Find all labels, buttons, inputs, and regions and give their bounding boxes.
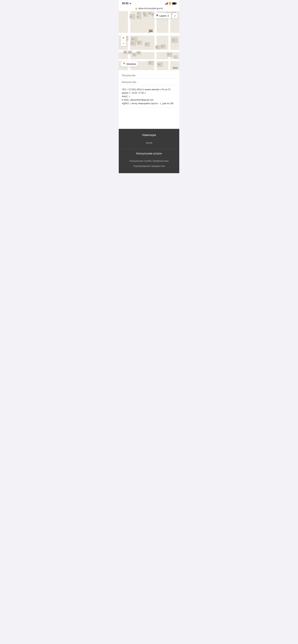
tel-info: ТЕЛ: +7(7292) 305111 прием звонков с Пн …: [122, 88, 176, 95]
status-time: 15:31 ➤: [122, 2, 131, 5]
flag-body: [149, 30, 153, 32]
expand-icon: ⤢: [174, 14, 176, 17]
directions-label: Directions: [127, 63, 136, 65]
building: 66: [143, 12, 147, 15]
building: 198: [137, 51, 141, 54]
directions-button[interactable]: 📍 Directions: [120, 61, 138, 67]
zoom-out-button[interactable]: −: [121, 40, 126, 46]
signal-icon: [165, 2, 168, 4]
footer-consular-service-link[interactable]: Консульская служба Туркменистана: [122, 158, 176, 164]
building: 231: [167, 52, 172, 57]
zoom-controls: + −: [121, 35, 126, 46]
directions-pin-icon: 📍: [122, 62, 126, 66]
wifi-icon: 📶: [169, 2, 171, 5]
url-text: aktau.tmconsulate.gov.tm: [138, 7, 163, 10]
terms-link[interactable]: Terms: [173, 67, 178, 69]
lock-icon: 🔒: [135, 7, 137, 10]
building: 62: [137, 12, 141, 15]
building: 68: [148, 12, 152, 15]
footer-citizenship-link[interactable]: Подтверждение гражданства: [122, 164, 176, 168]
content-spacer: [122, 108, 176, 126]
zoom-in-button[interactable]: +: [121, 35, 126, 40]
building: 245: [171, 38, 178, 43]
building: 197: [132, 53, 136, 56]
address-bar: 🔒 aktau.tmconsulate.gov.tm: [119, 6, 179, 11]
battery-icon: [172, 2, 176, 4]
contact-info-block: ТЕЛ: +7(7292) 305111 прием звонков с Пн …: [122, 85, 176, 108]
location-icon: ➤: [129, 2, 131, 5]
flag-stripe-red: [149, 31, 153, 32]
map-container: 89 88 86 85 84 83 82 78 66 68 62 285 241…: [119, 11, 179, 70]
layers-chevron-icon: ∨: [167, 14, 169, 17]
consulate-section-title: Консульство: [122, 79, 176, 85]
building: 233: [161, 44, 166, 48]
building: 195: [123, 51, 127, 54]
layers-icon: [156, 14, 158, 17]
layers-button[interactable]: Layers ∨: [154, 13, 171, 18]
building: 236: [145, 42, 150, 46]
building: 89: [130, 14, 135, 19]
building: 239: [130, 42, 136, 46]
building: 88: [137, 15, 141, 19]
building: 204: [157, 62, 163, 67]
road-vertical-2: [154, 11, 157, 70]
road-vertical-3: [168, 11, 170, 70]
address-info: АДРЕС: г.Актау, микрорайон Шыгыс - 1, до…: [122, 102, 176, 105]
footer: Навигация Архив Консульские услуги Консу…: [119, 129, 179, 173]
embassy-section-title: Посольство: [122, 72, 176, 78]
email-info: E-MAIL: aktauinfotm@gmail.com: [122, 98, 176, 102]
footer-archive-link[interactable]: Архив: [122, 140, 176, 146]
status-icons: 📶: [165, 2, 176, 5]
layers-label: Layers: [159, 14, 166, 17]
building: 202: [148, 61, 154, 65]
footer-nav-title: Навигация: [122, 134, 176, 137]
building: 238: [137, 40, 142, 45]
time-label: 15:31: [122, 2, 129, 5]
content-area: Посольство Консульство ТЕЛ: +7(7292) 305…: [119, 70, 179, 129]
building: 196: [128, 51, 132, 54]
building: 2: [174, 55, 178, 59]
status-bar: 15:31 ➤ 📶: [119, 0, 179, 6]
fax-info: ФАКС: =: [122, 95, 176, 98]
building: 234: [155, 45, 160, 49]
flag-marker[interactable]: [149, 30, 154, 33]
expand-map-button[interactable]: ⤢: [172, 13, 178, 18]
footer-consular-title: Консульские услуги: [122, 152, 176, 155]
